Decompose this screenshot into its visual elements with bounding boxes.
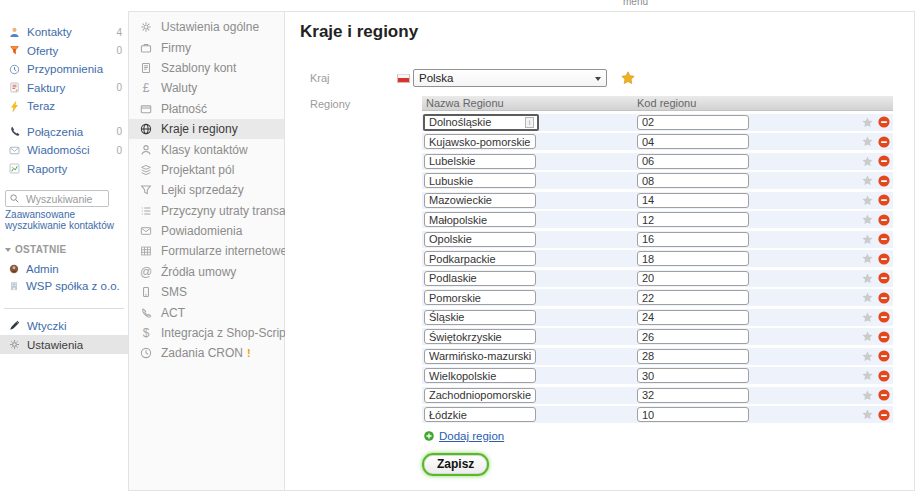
country-favorite-star-icon[interactable] (620, 70, 636, 86)
favorite-star-icon[interactable] (861, 135, 874, 148)
region-name-input[interactable] (424, 251, 536, 266)
settings-menu-item-sms[interactable]: SMS (129, 282, 284, 302)
settings-menu-item-źródła-umowy[interactable]: @Źródła umowy (129, 262, 284, 282)
settings-menu-item-klasy-kontaktów[interactable]: Klasy kontaktów (129, 139, 284, 159)
recent-section-header[interactable]: OSTATNIE (5, 244, 128, 255)
region-name-input[interactable] (424, 173, 536, 188)
remove-region-button[interactable] (877, 213, 891, 227)
region-name-input[interactable] (424, 154, 536, 169)
settings-menu-item-lejki-sprzedaży[interactable]: Lejki sprzedaży (129, 180, 284, 200)
remove-region-button[interactable] (877, 271, 891, 285)
favorite-star-icon[interactable] (861, 252, 874, 265)
sidebar-item-oferty[interactable]: Oferty0 (0, 42, 128, 61)
region-name-input[interactable] (424, 212, 536, 227)
sidebar-item-wtyczki[interactable]: Wtyczki (0, 316, 128, 335)
settings-menu-item-integracja-z-shop-script[interactable]: $Integracja z Shop-Script (129, 323, 284, 343)
region-name-input[interactable] (424, 310, 536, 325)
sidebar-item-wiadomości[interactable]: Wiadomości0 (0, 141, 128, 160)
sidebar-item-kontakty[interactable]: Kontakty4 (0, 23, 128, 42)
region-name-input[interactable] (424, 290, 536, 305)
remove-region-button[interactable] (877, 369, 891, 383)
favorite-star-icon[interactable] (861, 194, 874, 207)
favorite-star-icon[interactable] (861, 350, 874, 363)
remove-region-button[interactable] (877, 310, 891, 324)
region-name-input[interactable] (424, 232, 536, 247)
settings-menu-item-kraje-i-regiony[interactable]: Kraje i regiony (129, 119, 284, 139)
sidebar-item-teraz[interactable]: Teraz (0, 97, 128, 116)
region-code-input[interactable] (637, 349, 749, 364)
favorite-star-icon[interactable] (861, 174, 874, 187)
favorite-star-icon[interactable] (861, 408, 874, 421)
sidebar-item-raporty[interactable]: Raporty (0, 160, 128, 179)
add-region-link[interactable]: Dodaj region (439, 430, 504, 442)
favorite-star-icon[interactable] (861, 155, 874, 168)
settings-menu-item-act[interactable]: ACT (129, 302, 284, 322)
region-code-input[interactable] (637, 154, 749, 169)
settings-menu-item-projektant-pól[interactable]: Projektant pól (129, 160, 284, 180)
region-code-input[interactable] (637, 193, 749, 208)
region-code-input[interactable] (637, 368, 749, 383)
region-name-input[interactable] (424, 193, 536, 208)
search-input[interactable] (24, 192, 108, 206)
region-code-input[interactable] (637, 290, 749, 305)
recent-item-wsp-spółka-z-o-o[interactable]: WSP spółka z o.o. (0, 277, 128, 294)
region-name-input[interactable] (424, 349, 536, 364)
remove-region-button[interactable] (877, 135, 891, 149)
remove-region-button[interactable] (877, 154, 891, 168)
settings-menu-item-przyczyny-utraty-transakcji[interactable]: Przyczyny utraty transakcji (129, 201, 284, 221)
remove-region-button[interactable] (877, 330, 891, 344)
favorite-star-icon[interactable] (861, 369, 874, 382)
region-name-input[interactable] (424, 329, 536, 344)
remove-region-button[interactable] (877, 408, 891, 422)
remove-region-button[interactable] (877, 291, 891, 305)
remove-region-button[interactable] (877, 232, 891, 246)
region-code-input[interactable] (637, 232, 749, 247)
remove-region-button[interactable] (877, 252, 891, 266)
sidebar-item-faktury[interactable]: Faktury0 (0, 79, 128, 98)
region-name-input[interactable] (424, 388, 536, 403)
region-code-input[interactable] (637, 310, 749, 325)
advanced-search-link[interactable]: Zaawansowane wyszukiwanie kontaktów (5, 210, 120, 231)
settings-menu-item-zadania-cron[interactable]: Zadania CRON! (129, 343, 284, 363)
favorite-star-icon[interactable] (861, 213, 874, 226)
region-code-input[interactable] (637, 388, 749, 403)
region-name-input[interactable] (423, 114, 539, 131)
sidebar-item-ustawienia[interactable]: Ustawienia (0, 335, 128, 354)
region-code-input[interactable] (637, 173, 749, 188)
favorite-star-icon[interactable] (861, 272, 874, 285)
favorite-star-icon[interactable] (861, 116, 874, 129)
region-name-input[interactable] (424, 271, 536, 286)
region-code-input[interactable] (637, 329, 749, 344)
settings-menu-item-płatność[interactable]: Płatność (129, 99, 284, 119)
region-code-input[interactable] (637, 212, 749, 227)
region-name-input[interactable] (424, 368, 536, 383)
save-button[interactable]: Zapisz (422, 453, 489, 476)
settings-menu-item-ustawienia-ogólne[interactable]: Ustawienia ogólne (129, 17, 284, 37)
region-code-input[interactable] (637, 134, 749, 149)
favorite-star-icon[interactable] (861, 311, 874, 324)
remove-region-button[interactable] (877, 349, 891, 363)
region-code-input[interactable] (637, 251, 749, 266)
region-code-input[interactable] (637, 271, 749, 286)
recent-item-admin[interactable]: Admin (0, 260, 128, 277)
region-name-input[interactable] (424, 407, 536, 422)
sidebar-item-połączenia[interactable]: Połączenia0 (0, 123, 128, 142)
remove-region-button[interactable] (877, 193, 891, 207)
region-name-input[interactable] (424, 134, 536, 149)
region-code-input[interactable] (637, 115, 749, 130)
settings-menu-item-waluty[interactable]: £Waluty (129, 78, 284, 98)
country-select[interactable]: Polska (413, 69, 607, 87)
favorite-star-icon[interactable] (861, 330, 874, 343)
sidebar-item-przypomnienia[interactable]: Przypomnienia (0, 60, 128, 79)
remove-region-button[interactable] (877, 115, 891, 129)
favorite-star-icon[interactable] (861, 389, 874, 402)
region-code-input[interactable] (637, 407, 749, 422)
remove-region-button[interactable] (877, 174, 891, 188)
settings-menu-item-szablony-kont[interactable]: Szablony kont (129, 58, 284, 78)
settings-menu-item-firmy[interactable]: Firmy (129, 37, 284, 57)
favorite-star-icon[interactable] (861, 233, 874, 246)
settings-menu-item-formularze-internetowe[interactable]: Formularze internetowe (129, 241, 284, 261)
favorite-star-icon[interactable] (861, 291, 874, 304)
remove-region-button[interactable] (877, 388, 891, 402)
settings-menu-item-powiadomienia[interactable]: Powiadomienia (129, 221, 284, 241)
